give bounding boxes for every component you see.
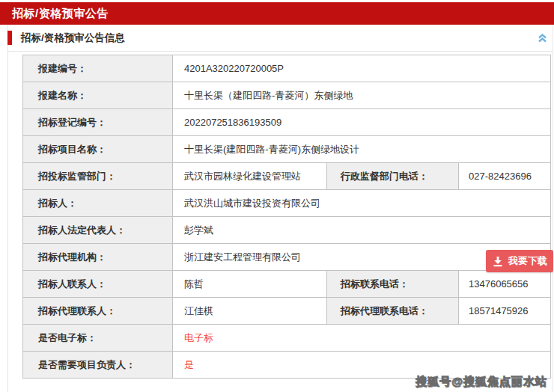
table-row-baojian-mingcheng: 报建名称： 十里长渠（建阳四路-青菱河）东侧绿地 (23, 82, 551, 109)
row-label: 招标人联系人： (23, 271, 173, 298)
download-button[interactable]: 我要下载 (486, 250, 553, 272)
row-label: 招标项目名称： (23, 136, 173, 163)
row-value-2: 027-82423696 (459, 163, 551, 190)
download-button-label: 我要下载 (508, 254, 547, 268)
chevron-double-up-icon[interactable] (536, 31, 548, 43)
announcement-table: 报建编号： 4201A320220720005P 报建名称： 十里长渠（建阳四路… (22, 55, 551, 379)
table-row-xuyao-fuzeren: 是否需要项目负责人： 是 (23, 352, 551, 379)
row-label-2: 行政监督部门电话： (327, 163, 459, 190)
table-row-zhaobiaoren: 招标人： 武汉洪山城市建设投资有限公司 (23, 190, 551, 217)
table-row-dianzibiao: 是否电子标： 电子标 (23, 325, 551, 352)
row-value-2: 18571475926 (459, 298, 551, 325)
row-value: 陈哲 (173, 271, 327, 298)
row-label: 招标代理联系人： (23, 298, 173, 325)
table-row-jianguan-bumen: 招投标监管部门： 武汉市园林绿化建设管理站 行政监督部门电话： 027-8242… (23, 163, 551, 190)
table-row-fading-daibiaoren: 招标人法定代表人： 彭学斌 (23, 217, 551, 244)
row-label: 报建编号： (23, 55, 173, 82)
row-label: 招投标监管部门： (23, 163, 173, 190)
page-title: 招标/资格预审公告 (12, 7, 109, 21)
row-label: 是否需要项目负责人： (23, 352, 173, 379)
table-row-daili-lianxiren: 招标代理联系人： 江佳棋 招标代理联系电话： 18571475926 (23, 298, 551, 325)
announcement-panel: 招标/资格预审公告信息 报建编号： 4201A320220720005P 报建名… (7, 25, 553, 392)
chevron-double-up-glyph (537, 32, 548, 43)
row-value: 十里长渠(建阳四路-青菱河)东侧绿地设计 (173, 136, 551, 163)
table-row-baojian-bianhao: 报建编号： 4201A320220720005P (23, 55, 551, 82)
row-label: 招标代理机构： (23, 244, 173, 271)
row-value: 武汉洪山城市建设投资有限公司 (173, 190, 551, 217)
row-label: 报建名称： (23, 82, 173, 109)
row-label: 招标登记编号： (23, 109, 173, 136)
table-row-daili-jigou: 招标代理机构： 浙江建安工程管理有限公司 (23, 244, 551, 271)
row-value: 武汉市园林绿化建设管理站 (173, 163, 327, 190)
table-row-lianxiren: 招标人联系人： 陈哲 招标联系电话： 13476065656 (23, 271, 551, 298)
row-label: 招标人法定代表人： (23, 217, 173, 244)
row-value: 202207251836193509 (173, 109, 551, 136)
accent-bar (7, 31, 12, 45)
row-label-2: 招标代理联系电话： (327, 298, 459, 325)
download-icon (492, 256, 504, 267)
section-title: 招标/资格预审公告信息 (21, 31, 125, 45)
table-row-xiangmu-mingcheng: 招标项目名称： 十里长渠(建阳四路-青菱河)东侧绿地设计 (23, 136, 551, 163)
row-value-highlight: 电子标 (173, 325, 551, 352)
row-label: 招标人： (23, 190, 173, 217)
row-value: 4201A320220720005P (173, 55, 551, 82)
row-value: 彭学斌 (173, 217, 551, 244)
row-value-2: 13476065656 (459, 271, 551, 298)
table-row-zhaobiao-dengji: 招标登记编号： 202207251836193509 (23, 109, 551, 136)
row-value: 十里长渠（建阳四路-青菱河）东侧绿地 (173, 82, 551, 109)
row-value-highlight: 是 (173, 352, 551, 379)
section-header: 招标/资格预审公告信息 (8, 25, 553, 52)
row-label: 是否电子标： (23, 325, 173, 352)
page-title-bar: 招标/资格预审公告 (0, 2, 554, 25)
row-label-2: 招标联系电话： (327, 271, 459, 298)
row-value: 江佳棋 (173, 298, 327, 325)
